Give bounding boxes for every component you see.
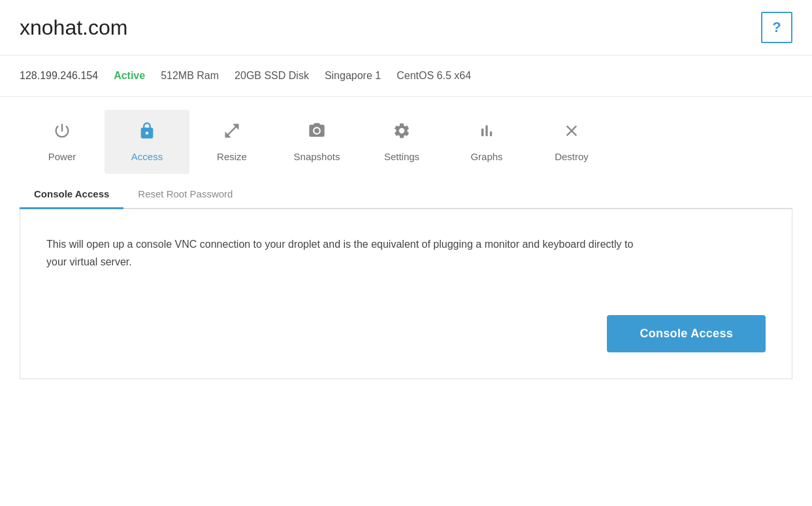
- nav-item-destroy[interactable]: Destroy: [529, 110, 614, 174]
- tab-console-access[interactable]: Console Access: [20, 180, 123, 209]
- server-region: Singapore 1: [325, 70, 381, 82]
- power-icon: [53, 122, 71, 144]
- nav-resize-label: Resize: [217, 151, 247, 162]
- server-os: CentOS 6.5 x64: [397, 70, 471, 82]
- gear-icon: [393, 122, 411, 144]
- sub-tabs: Console Access Reset Root Password: [20, 180, 792, 209]
- close-icon: [562, 122, 581, 144]
- nav-power-label: Power: [48, 151, 76, 162]
- console-access-button[interactable]: Console Access: [607, 315, 766, 352]
- nav-item-settings[interactable]: Settings: [359, 110, 444, 174]
- tab-reset-root-password[interactable]: Reset Root Password: [123, 180, 247, 209]
- server-ram: 512MB Ram: [161, 70, 219, 82]
- nav-item-access[interactable]: Access: [105, 110, 189, 174]
- status-badge: Active: [114, 70, 145, 82]
- help-button[interactable]: ?: [761, 12, 792, 43]
- nav-item-graphs[interactable]: Graphs: [444, 110, 529, 174]
- resize-icon: [223, 122, 241, 144]
- lock-icon: [138, 122, 156, 144]
- bar-chart-icon: [478, 122, 496, 144]
- panel-description: This will open up a console VNC connecti…: [46, 235, 634, 271]
- action-nav: Power Access Resize Snapshots: [0, 97, 812, 174]
- nav-destroy-label: Destroy: [555, 151, 589, 162]
- nav-item-power[interactable]: Power: [20, 110, 105, 174]
- header: xnohat.com ?: [0, 0, 812, 56]
- camera-icon: [308, 122, 326, 144]
- nav-access-label: Access: [131, 151, 163, 162]
- page-title: xnohat.com: [20, 16, 127, 40]
- nav-item-resize[interactable]: Resize: [189, 110, 274, 174]
- server-info-bar: 128.199.246.154 Active 512MB Ram 20GB SS…: [0, 56, 812, 97]
- nav-settings-label: Settings: [384, 151, 419, 162]
- nav-snapshots-label: Snapshots: [294, 151, 340, 162]
- nav-graphs-label: Graphs: [470, 151, 502, 162]
- console-access-panel: This will open up a console VNC connecti…: [20, 209, 792, 379]
- server-ip: 128.199.246.154: [20, 70, 98, 82]
- nav-item-snapshots[interactable]: Snapshots: [274, 110, 359, 174]
- server-disk: 20GB SSD Disk: [235, 70, 309, 82]
- content-area: Console Access Reset Root Password This …: [0, 180, 812, 399]
